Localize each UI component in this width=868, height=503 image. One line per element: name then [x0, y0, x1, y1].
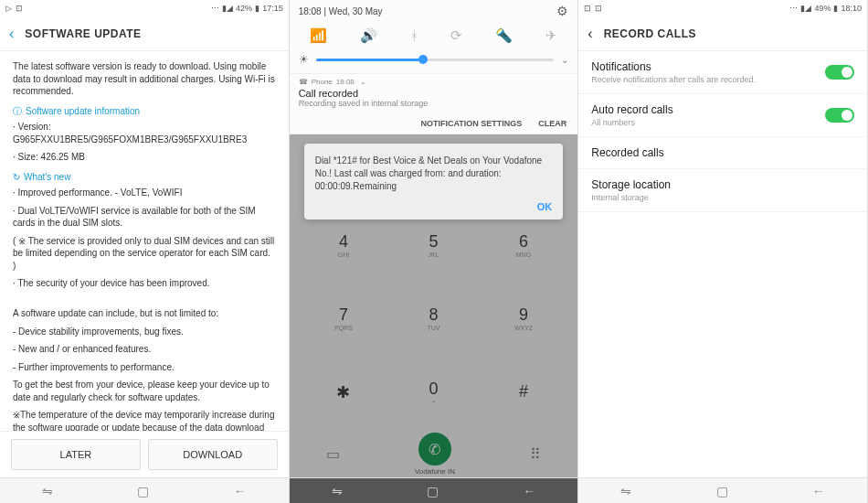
phone-app-icon: ☎ [299, 78, 308, 86]
notification-meta: ☎ Phone 18:08 ⌄ [290, 73, 578, 88]
settings-icon[interactable]: ⚙ [556, 4, 568, 18]
body-text: To get the best from your device, please… [13, 379, 276, 403]
phone-notification-dialer: 18:08 | Wed, 30 May ⚙ 📶 🔊 ᚼ ⟳ 🔦 ✈ ☀ ⌄ ☎ … [290, 0, 579, 503]
dialog-ok-button[interactable]: OK [315, 200, 553, 214]
whatsnew-label: What's new [13, 171, 276, 184]
header: ‹ SOFTWARE UPDATE [0, 16, 289, 51]
download-button[interactable]: DOWNLOAD [148, 439, 278, 470]
chevron-down-icon[interactable]: ⌄ [360, 78, 366, 86]
setting-auto-record[interactable]: Auto record calls All numbers [578, 94, 867, 137]
nav-bar: ⇋ ▢ ← [578, 477, 867, 503]
battery-text: 42% [236, 4, 252, 13]
dialer-area: Dial *121# for Best Voice & Net Deals on… [290, 134, 578, 477]
setting-notifications[interactable]: Notifications Receive notifications afte… [578, 51, 867, 94]
body-text: - New and / or enhanced features. [13, 343, 276, 356]
phone-record-calls: ⊡ ⊡ ⋯ ▮◢ 49% ▮ 18:10 ‹ RECORD CALLS Noti… [578, 0, 868, 503]
airplane-toggle-icon[interactable]: ✈ [545, 27, 557, 44]
phone-software-update: ▷ ⊡ ⋯ ▮◢ 42% ▮ 17:15 ‹ SOFTWARE UPDATE T… [0, 0, 290, 503]
battery-text: 49% [814, 4, 831, 13]
wn-line: ( ※ The service is provided only to dual… [13, 235, 276, 273]
brightness-row: ☀ ⌄ [290, 49, 578, 73]
wn-line: · The security of your device has been i… [13, 277, 276, 290]
dialog-text: Dial *121# for Best Voice & Net Deals on… [315, 155, 553, 193]
notification-actions: NOTIFICATION SETTINGS CLEAR [290, 113, 578, 134]
notifications-toggle[interactable] [825, 65, 854, 80]
intro-text: The latest software version is ready to … [13, 60, 276, 98]
ussd-dialog: Dial *121# for Best Voice & Net Deals on… [304, 144, 564, 219]
nav-back-icon[interactable]: ← [812, 484, 825, 498]
wifi-icon: ⋯ [211, 4, 219, 13]
signal-icon: ▮◢ [222, 4, 233, 13]
notif-time: 18:08 [336, 78, 355, 86]
page-title: RECORD CALLS [604, 27, 696, 40]
status-bar: ▷ ⊡ ⋯ ▮◢ 42% ▮ 17:15 [0, 0, 289, 16]
info-section-label: Software update information [13, 105, 276, 118]
battery-icon: ▮ [255, 4, 259, 13]
nav-home-icon[interactable]: ▢ [716, 484, 728, 498]
setting-recorded-calls[interactable]: Recorded calls [578, 137, 867, 169]
header: ‹ RECORD CALLS [578, 16, 867, 51]
wifi-toggle-icon[interactable]: 📶 [310, 27, 327, 44]
body-text: - Further improvements to performance. [13, 361, 276, 374]
body-text: ※The temperature of the device may tempo… [13, 409, 276, 431]
status-icon: ⊡ [584, 4, 591, 13]
setting-storage-location[interactable]: Storage location Internal storage [578, 169, 867, 212]
notif-subtitle: Recording saved in internal storage [299, 99, 569, 108]
status-bar: ⊡ ⊡ ⋯ ▮◢ 49% ▮ 18:10 [578, 0, 867, 16]
page-title: SOFTWARE UPDATE [25, 27, 141, 40]
battery-icon: ▮ [833, 4, 838, 13]
setting-subtitle: Receive notifications after calls are re… [591, 75, 756, 84]
wn-line: · Improved performance. - VoLTE, VoWIFI [13, 187, 276, 199]
expand-icon[interactable]: ⌄ [561, 55, 568, 65]
setting-title: Storage location [591, 178, 671, 191]
brightness-icon: ☀ [299, 53, 309, 66]
nfc-icon: ▷ [5, 4, 12, 13]
setting-title: Notifications [591, 60, 756, 73]
notification-body[interactable]: Call recorded Recording saved in interna… [290, 88, 578, 113]
content-area: The latest software version is ready to … [0, 51, 289, 431]
nav-bar: ⇋ ▢ ← [290, 477, 578, 503]
nav-back-icon[interactable]: ← [234, 484, 247, 498]
nav-recents-icon[interactable]: ⇋ [620, 484, 631, 498]
size-line: · Size: 426.25 MB [13, 151, 276, 164]
clock: 17:15 [262, 4, 283, 13]
nav-home-icon[interactable]: ▢ [427, 484, 439, 498]
button-row: LATER DOWNLOAD [0, 431, 289, 477]
version-line: · Version: G965FXXU1BRE5/G965FOXM1BRE3/G… [13, 121, 276, 145]
later-button[interactable]: LATER [11, 439, 141, 470]
nav-home-icon[interactable]: ▢ [137, 484, 149, 498]
notification-shade: 18:08 | Wed, 30 May ⚙ 📶 🔊 ᚼ ⟳ 🔦 ✈ ☀ ⌄ ☎ … [290, 0, 578, 134]
notification-settings-button[interactable]: NOTIFICATION SETTINGS [420, 119, 522, 128]
rotate-toggle-icon[interactable]: ⟳ [450, 27, 462, 44]
body-text: A software update can include, but is no… [13, 307, 276, 320]
auto-record-toggle[interactable] [825, 108, 854, 123]
back-icon[interactable]: ‹ [9, 26, 14, 42]
signal-icon: ▮◢ [800, 4, 811, 13]
notif-title: Call recorded [299, 88, 569, 99]
bluetooth-toggle-icon[interactable]: ᚼ [410, 27, 418, 44]
nav-recents-icon[interactable]: ⇋ [42, 484, 53, 498]
misc-icon: ⊡ [16, 4, 23, 13]
back-icon[interactable]: ‹ [587, 26, 592, 42]
status-icon: ⊡ [595, 4, 602, 13]
setting-subtitle: All numbers [591, 118, 672, 127]
setting-title: Auto record calls [591, 103, 672, 116]
quick-settings-row: 📶 🔊 ᚼ ⟳ 🔦 ✈ [290, 22, 578, 49]
brightness-slider[interactable] [316, 59, 555, 61]
nav-bar: ⇋ ▢ ← [0, 477, 289, 503]
setting-title: Recorded calls [591, 146, 663, 159]
shade-time-date: 18:08 | Wed, 30 May [299, 6, 383, 16]
shade-header: 18:08 | Wed, 30 May ⚙ [290, 0, 578, 22]
wn-line: · Dual VoLTE/VoWIFI service is available… [13, 205, 276, 230]
wifi-icon: ⋯ [789, 4, 798, 13]
notif-app-name: Phone [312, 78, 333, 86]
nav-back-icon[interactable]: ← [523, 484, 535, 498]
sound-toggle-icon[interactable]: 🔊 [360, 27, 377, 44]
nav-recents-icon[interactable]: ⇋ [332, 484, 343, 498]
body-text: - Device stability improvements, bug fix… [13, 326, 276, 338]
clear-button[interactable]: CLEAR [538, 119, 566, 128]
flashlight-toggle-icon[interactable]: 🔦 [495, 27, 513, 44]
settings-list: Notifications Receive notifications afte… [578, 51, 867, 212]
setting-subtitle: Internal storage [591, 193, 671, 202]
clock: 18:10 [841, 4, 862, 13]
